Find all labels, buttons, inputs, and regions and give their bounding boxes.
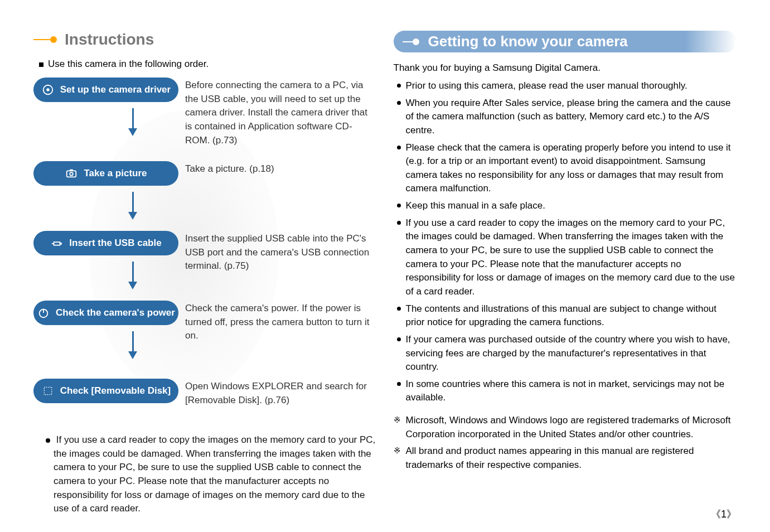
intro-line: Use this camera in the following order. bbox=[39, 59, 377, 70]
step-setup-driver: Set up the camera driver Before connecti… bbox=[33, 78, 377, 147]
svg-rect-5 bbox=[54, 242, 60, 245]
step-pill-5: Check [Removable Disk] bbox=[33, 379, 178, 403]
list-item: Keep this manual in a safe place. bbox=[394, 199, 737, 213]
section-title-instructions: Instructions bbox=[33, 31, 377, 49]
page-number: 《1》 bbox=[711, 507, 737, 521]
list-item: If you use a card reader to copy the ima… bbox=[394, 216, 737, 299]
title-ornament-left bbox=[33, 36, 57, 43]
section-title-getting-to-know: Getting to know your camera bbox=[394, 31, 737, 52]
svg-rect-2 bbox=[67, 171, 76, 177]
list-item: Prior to using this camera, please read … bbox=[394, 79, 737, 93]
list-item: The contents and illustrations of this m… bbox=[394, 302, 737, 330]
step-pill-2-label: Take a picture bbox=[84, 168, 147, 179]
svg-point-7 bbox=[60, 243, 62, 245]
intro-text: Use this camera in the following order. bbox=[48, 59, 209, 70]
thanks-line: Thank you for buying a Samsung Digital C… bbox=[394, 62, 737, 74]
step-pill-4-label: Check the camera's power bbox=[56, 307, 175, 318]
list-item: All brand and product names appearing in… bbox=[394, 444, 737, 472]
svg-rect-4 bbox=[70, 170, 74, 171]
list-item: If your camera was purchased outside of … bbox=[394, 333, 737, 374]
step-pill-4: Check the camera's power bbox=[33, 301, 178, 325]
left-footnote-text: If you use a card reader to copy the ima… bbox=[54, 434, 375, 514]
step-pill-1: Set up the camera driver bbox=[33, 78, 178, 102]
title-text-left: Instructions bbox=[65, 31, 154, 49]
step-check-disk: Check [Removable Disk] Open Windows EXPL… bbox=[33, 379, 377, 407]
step-desc-1: Before connecting the camera to a PC, vi… bbox=[185, 78, 377, 147]
title-ornament-right bbox=[403, 38, 419, 45]
right-bullet-list: Prior to using this camera, please read … bbox=[394, 79, 737, 405]
list-item: Please check that the camera is operatin… bbox=[394, 141, 737, 196]
svg-point-3 bbox=[70, 172, 74, 176]
step-desc-2: Take a picture. (p.18) bbox=[185, 161, 274, 176]
step-desc-5: Open Windows EXPLORER and search for [Re… bbox=[185, 379, 377, 407]
svg-point-1 bbox=[46, 88, 50, 91]
left-footnote: If you use a card reader to copy the ima… bbox=[46, 433, 377, 516]
arrow-down-icon bbox=[128, 108, 137, 136]
arrow-down-icon bbox=[128, 262, 137, 289]
title-text-right: Getting to know your camera bbox=[428, 33, 628, 50]
camera-icon bbox=[65, 167, 78, 180]
cd-icon bbox=[41, 83, 55, 96]
square-bullet-icon bbox=[39, 62, 43, 67]
arrow-down-icon bbox=[128, 192, 137, 220]
flow-diagram: Set up the camera driver Before connecti… bbox=[33, 78, 377, 423]
svg-rect-10 bbox=[44, 387, 51, 394]
step-desc-3: Insert the supplied USB cable into the P… bbox=[185, 231, 377, 273]
right-asterisk-list: Microsoft, Windows and Windows logo are … bbox=[394, 414, 737, 472]
step-pill-1-label: Set up the camera driver bbox=[60, 84, 171, 95]
round-bullet-icon bbox=[46, 438, 50, 443]
power-icon bbox=[37, 306, 50, 320]
list-item: In some countries where this camera is n… bbox=[394, 378, 737, 405]
step-pill-5-label: Check [Removable Disk] bbox=[60, 385, 171, 396]
list-item: Microsoft, Windows and Windows logo are … bbox=[394, 414, 737, 441]
step-insert-usb: Insert the USB cable Insert the supplied… bbox=[33, 231, 377, 273]
step-take-picture: Take a picture Take a picture. (p.18) bbox=[33, 161, 377, 186]
step-check-power: Check the camera's power Check the camer… bbox=[33, 301, 377, 343]
step-pill-3-label: Insert the USB cable bbox=[69, 238, 161, 249]
arrow-down-icon bbox=[128, 331, 137, 359]
step-pill-3: Insert the USB cable bbox=[33, 231, 178, 255]
step-pill-2: Take a picture bbox=[33, 161, 178, 186]
disk-icon bbox=[41, 384, 55, 398]
list-item: When you require After Sales service, pl… bbox=[394, 96, 737, 138]
step-desc-4: Check the camera's power. If the power i… bbox=[185, 301, 377, 343]
usb-icon bbox=[50, 236, 64, 250]
